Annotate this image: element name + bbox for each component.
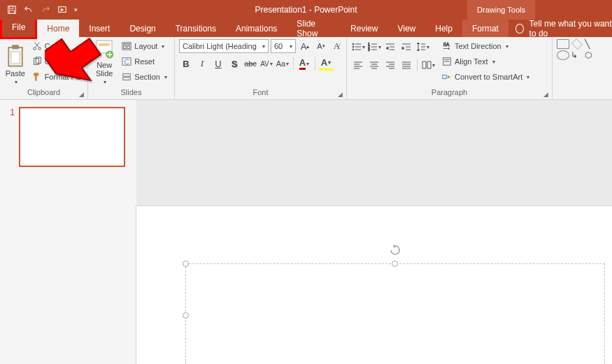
text-direction-icon: IIA <box>442 41 452 51</box>
increase-indent-icon <box>401 42 411 52</box>
new-slide-button[interactable]: New Slide <box>92 39 116 85</box>
tab-format[interactable]: Format <box>462 20 508 37</box>
font-name-select[interactable]: Calibri Light (Heading <box>179 39 269 53</box>
line-spacing-button[interactable] <box>415 40 429 54</box>
slide[interactable]: Click to add subtitle <box>136 206 612 364</box>
clipboard-icon <box>5 44 26 68</box>
justify-button[interactable] <box>399 58 413 72</box>
shapes-gallery[interactable]: ╲ ↳⬡ <box>557 39 597 60</box>
font-dialog-launcher[interactable]: ◢ <box>338 91 345 98</box>
font-size-select[interactable]: 60 <box>271 39 296 53</box>
section-button[interactable]: Section <box>119 70 170 84</box>
font-size-value: 60 <box>274 42 283 50</box>
format-painter-label: Format Pa <box>45 73 80 81</box>
char-spacing-button[interactable]: AV <box>259 57 273 71</box>
align-center-button[interactable] <box>367 58 381 72</box>
tab-help[interactable]: Help <box>425 20 462 37</box>
svg-rect-5 <box>12 45 19 49</box>
undo-icon[interactable] <box>24 5 34 15</box>
align-right-icon <box>385 60 395 70</box>
drawing-group-label <box>557 88 608 99</box>
svg-rect-29 <box>443 75 446 78</box>
clear-formatting-button[interactable]: A⧸ <box>330 39 344 53</box>
bullets-icon <box>352 42 362 52</box>
scissors-icon <box>32 41 42 51</box>
clipboard-group-label: Clipboard <box>4 88 83 99</box>
editor-area: 1 Click to add subtitle <box>0 100 612 364</box>
italic-button[interactable]: I <box>195 57 209 71</box>
reset-icon <box>122 57 131 66</box>
format-painter-button[interactable]: Format Pa <box>29 70 83 84</box>
numbering-icon: 123 <box>368 42 378 52</box>
columns-button[interactable] <box>421 58 435 72</box>
start-from-beginning-icon[interactable] <box>57 5 67 15</box>
grow-font-button[interactable]: A▴ <box>298 39 312 53</box>
justify-icon <box>401 60 411 70</box>
resize-handle[interactable] <box>183 312 189 319</box>
contextual-tab-label: Drawing Tools <box>467 0 535 20</box>
align-left-icon <box>353 60 363 70</box>
tab-animations[interactable]: Animations <box>226 20 287 37</box>
tab-slideshow[interactable]: Slide Show <box>287 20 341 37</box>
highlight-color-button[interactable]: A <box>319 57 333 71</box>
group-clipboard: Paste C C Format Pa Clipboard ◢ <box>0 37 88 99</box>
align-text-button[interactable]: Align Text <box>439 54 532 68</box>
tab-home[interactable]: Home <box>37 20 79 37</box>
change-case-button[interactable]: Aa <box>276 57 290 71</box>
font-color-button[interactable]: A <box>297 57 311 71</box>
paragraph-dialog-launcher[interactable]: ◢ <box>543 91 550 98</box>
svg-rect-17 <box>127 46 130 49</box>
reset-button[interactable]: Reset <box>119 54 170 68</box>
text-direction-button[interactable]: IIAText Direction <box>439 39 532 53</box>
svg-rect-16 <box>124 46 127 49</box>
smartart-label: Convert to SmartArt <box>455 73 522 81</box>
slide-canvas-area[interactable]: Click to add subtitle <box>136 100 612 364</box>
section-icon <box>122 72 131 82</box>
resize-handle[interactable] <box>392 261 398 267</box>
numbering-button[interactable]: 123 <box>367 40 381 54</box>
tab-insert[interactable]: Insert <box>79 20 120 37</box>
svg-text:3: 3 <box>368 48 370 52</box>
increase-indent-button[interactable] <box>399 40 413 54</box>
layout-button[interactable]: Layout <box>119 39 170 53</box>
align-text-label: Align Text <box>455 57 488 66</box>
svg-point-8 <box>38 48 41 50</box>
align-left-button[interactable] <box>351 58 365 72</box>
rotate-handle[interactable] <box>390 245 401 256</box>
align-text-icon <box>442 57 452 66</box>
convert-smartart-button[interactable]: Convert to SmartArt <box>439 70 532 84</box>
text-shadow-button[interactable]: S <box>227 57 241 71</box>
tab-review[interactable]: Review <box>341 20 387 37</box>
title-placeholder[interactable] <box>185 263 605 364</box>
copy-button[interactable]: C <box>29 54 83 68</box>
quick-access-toolbar: ▾ <box>0 5 85 15</box>
redo-icon[interactable] <box>41 5 50 15</box>
save-icon[interactable] <box>7 5 17 15</box>
underline-button[interactable]: U <box>211 57 225 71</box>
paste-button[interactable]: Paste <box>4 39 27 85</box>
align-right-button[interactable] <box>383 58 397 72</box>
qa-overflow-icon[interactable]: ▾ <box>74 6 78 13</box>
tab-design[interactable]: Design <box>120 20 165 37</box>
svg-point-23 <box>353 49 354 50</box>
shrink-font-button[interactable]: A▾ <box>314 39 328 53</box>
strikethrough-button[interactable]: abc <box>243 57 257 71</box>
svg-rect-15 <box>124 44 130 45</box>
svg-rect-6 <box>11 52 20 64</box>
tell-me-search[interactable]: Tell me what you want to do <box>515 20 612 37</box>
bold-button[interactable]: B <box>179 57 193 71</box>
cut-button[interactable]: C <box>29 39 83 53</box>
copy-icon <box>32 57 42 66</box>
bullets-button[interactable] <box>351 40 365 54</box>
tab-view[interactable]: View <box>387 20 425 37</box>
decrease-indent-button[interactable] <box>383 40 397 54</box>
svg-rect-20 <box>123 78 131 80</box>
svg-point-22 <box>353 46 354 48</box>
tab-transitions[interactable]: Transitions <box>166 20 226 37</box>
file-tab-highlight: File <box>0 17 37 39</box>
slide-thumbnail-1[interactable] <box>19 107 125 167</box>
tab-file[interactable]: File <box>2 20 35 35</box>
clipboard-dialog-launcher[interactable]: ◢ <box>79 91 86 98</box>
resize-handle[interactable] <box>183 261 189 267</box>
slide-number: 1 <box>10 107 15 167</box>
